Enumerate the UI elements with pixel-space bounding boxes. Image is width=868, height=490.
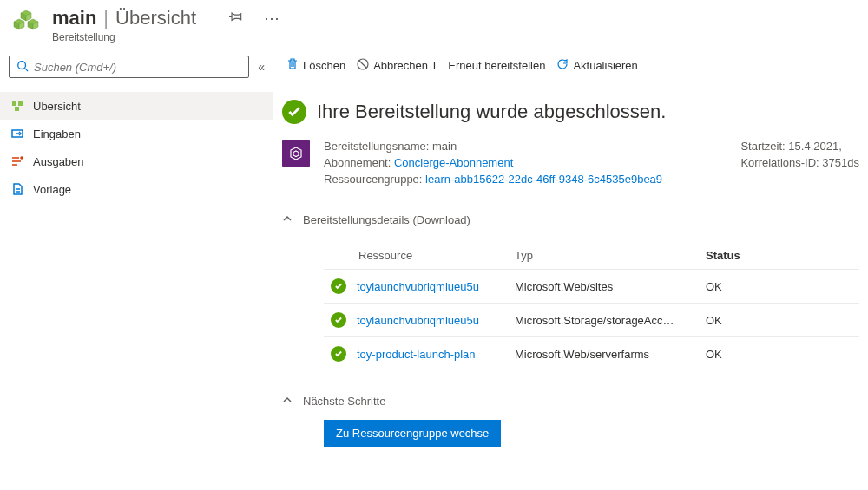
- details-header-label: Bereitstellungsdetails (Download): [303, 213, 470, 226]
- title-separator: |: [103, 7, 108, 29]
- cancel-button[interactable]: Abbrechen T: [352, 56, 441, 75]
- svg-point-9: [18, 61, 26, 69]
- sidebar-nav: Übersicht Eingaben Ausgaben Vorlage: [0, 92, 273, 203]
- page-subtitle: Übersicht: [115, 7, 196, 29]
- chevron-up-icon: [282, 395, 293, 408]
- toolbar: Löschen Abbrechen T Erneut bereitstellen…: [282, 50, 859, 89]
- col-type: Typ: [515, 249, 706, 262]
- svg-rect-12: [18, 101, 23, 106]
- refresh-label: Aktualisieren: [573, 59, 637, 72]
- svg-line-22: [359, 61, 366, 68]
- refresh-button[interactable]: Aktualisieren: [552, 56, 641, 75]
- resource-type: Microsoft.Web/sites: [515, 280, 706, 293]
- trash-icon: [286, 57, 299, 74]
- table-row: toylaunchvubriqmlueu5u Microsoft.Storage…: [324, 303, 859, 336]
- cancel-icon: [356, 57, 370, 74]
- more-icon[interactable]: ⋯: [264, 9, 280, 28]
- page-category: Bereitstellung: [52, 31, 280, 43]
- arm-icon: [282, 140, 310, 167]
- success-icon: [282, 100, 306, 124]
- redeploy-label: Erneut bereitstellen: [448, 59, 545, 72]
- row-success-icon: [331, 278, 346, 294]
- svg-point-18: [21, 157, 23, 159]
- svg-marker-23: [291, 147, 301, 160]
- nav-label: Vorlage: [33, 183, 71, 196]
- deployment-info: Bereitstellungsname: main Abonnement: Co…: [282, 140, 859, 189]
- collapse-sidebar-icon[interactable]: «: [258, 60, 265, 74]
- col-resource: Ressource: [324, 249, 515, 262]
- details-toggle[interactable]: Bereitstellungsdetails (Download): [282, 210, 859, 230]
- resource-status: OK: [706, 348, 859, 361]
- start-time-label: Startzeit:: [740, 140, 785, 153]
- col-status: Status: [706, 249, 859, 262]
- status-row: Ihre Bereitstellung wurde abgeschlossen.: [282, 89, 859, 140]
- deployment-table: Ressource Typ Status toylaunchvubriqmlue…: [324, 242, 859, 370]
- template-icon: [10, 182, 24, 196]
- svg-rect-13: [15, 107, 19, 111]
- cancel-label: Abbrechen T: [373, 59, 437, 72]
- nav-item-template[interactable]: Vorlage: [0, 175, 273, 203]
- deployment-name-label: Bereitstellungsname:: [324, 140, 429, 153]
- resource-group-link[interactable]: learn-abb15622-22dc-46ff-9348-6c4535e9be…: [425, 173, 662, 186]
- inputs-icon: [10, 127, 24, 140]
- main-content: Löschen Abbrechen T Erneut bereitstellen…: [273, 50, 868, 447]
- nav-label: Eingaben: [33, 127, 81, 140]
- page-title: main: [52, 7, 96, 29]
- status-title: Ihre Bereitstellung wurde abgeschlossen.: [317, 101, 666, 123]
- resource-status: OK: [706, 280, 859, 293]
- subscription-link[interactable]: Concierge-Abonnement: [394, 156, 513, 169]
- delete-label: Löschen: [303, 59, 345, 72]
- details-section: Bereitstellungsdetails (Download) Ressou…: [282, 210, 859, 370]
- nav-item-overview[interactable]: Übersicht: [0, 92, 273, 120]
- resource-link[interactable]: toylaunchvubriqmlueu5u: [357, 280, 479, 293]
- resource-type: Microsoft.Web/serverfarms: [515, 348, 706, 361]
- nav-item-outputs[interactable]: Ausgaben: [0, 147, 273, 175]
- subscription-label: Abonnement:: [324, 156, 391, 169]
- resource-group-label: Ressourcengruppe:: [324, 173, 422, 186]
- nav-label: Übersicht: [33, 100, 81, 113]
- search-input[interactable]: [34, 61, 241, 74]
- table-header: Ressource Typ Status: [324, 242, 859, 269]
- deployment-name-value: main: [432, 140, 457, 153]
- cubes-icon: [10, 99, 24, 113]
- resource-status: OK: [706, 314, 859, 327]
- table-row: toy-product-launch-plan Microsoft.Web/se…: [324, 336, 859, 370]
- correlation-value: 3751ds: [822, 156, 859, 169]
- outputs-icon: [10, 154, 24, 168]
- svg-marker-24: [293, 151, 299, 157]
- resource-link[interactable]: toylaunchvubriqmlueu5u: [357, 314, 479, 327]
- sidebar: « Übersicht Eingaben Ausgaben: [0, 50, 273, 447]
- redeploy-button[interactable]: Erneut bereitstellen: [444, 57, 549, 74]
- deployment-icon: [10, 7, 42, 38]
- nav-item-inputs[interactable]: Eingaben: [0, 120, 273, 147]
- row-success-icon: [331, 312, 346, 328]
- svg-line-10: [25, 68, 29, 71]
- nav-label: Ausgaben: [33, 155, 84, 168]
- resource-link[interactable]: toy-product-launch-plan: [357, 348, 476, 361]
- next-steps-label: Nächste Schritte: [303, 395, 385, 408]
- start-time-value: 15.4.2021,: [788, 140, 841, 153]
- refresh-icon: [556, 57, 569, 74]
- pin-icon[interactable]: [229, 10, 243, 27]
- go-to-resource-group-button[interactable]: Zu Ressourcengruppe wechse: [324, 420, 501, 447]
- search-box[interactable]: [9, 56, 249, 78]
- next-steps-section: Nächste Schritte Zu Ressourcengruppe wec…: [282, 391, 859, 447]
- resource-type: Microsoft.Storage/storageAcc…: [515, 314, 706, 327]
- correlation-label: Korrelations-ID:: [740, 156, 819, 169]
- chevron-up-icon: [282, 213, 293, 226]
- page-header: main | Übersicht ⋯ Bereitstellung: [0, 0, 868, 50]
- next-steps-toggle[interactable]: Nächste Schritte: [282, 391, 859, 411]
- delete-button[interactable]: Löschen: [282, 56, 349, 75]
- svg-rect-11: [12, 101, 16, 106]
- row-success-icon: [331, 346, 346, 362]
- table-row: toylaunchvubriqmlueu5u Microsoft.Web/sit…: [324, 269, 859, 303]
- search-icon: [16, 60, 29, 75]
